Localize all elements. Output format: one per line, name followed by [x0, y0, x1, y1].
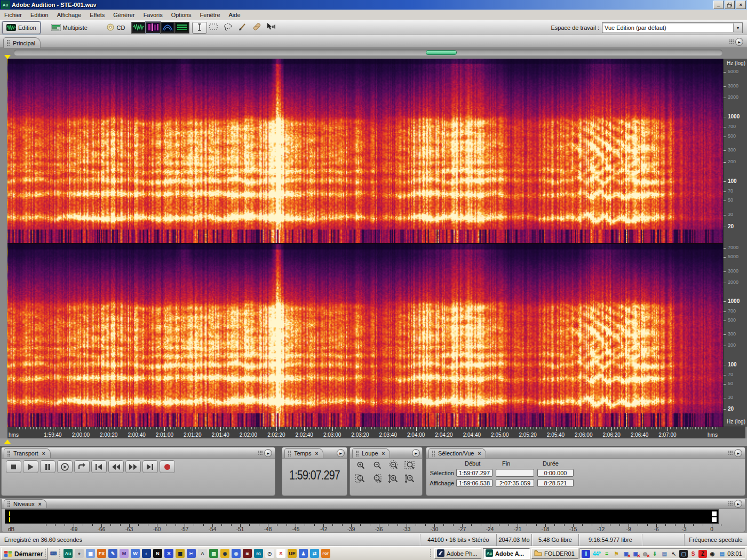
- loop-play-button[interactable]: [74, 460, 90, 473]
- spectrogram-canvas[interactable]: [7, 59, 723, 427]
- tab-niveaux[interactable]: Niveaux ×: [4, 499, 47, 508]
- tray-currency-icon[interactable]: S: [689, 550, 697, 558]
- play-from-cursor-button[interactable]: [57, 460, 73, 473]
- quicklaunch-sbp-icon[interactable]: S: [276, 549, 285, 558]
- fast-forward-button[interactable]: [125, 460, 141, 473]
- quicklaunch-grid-icon[interactable]: ▦: [176, 549, 185, 558]
- menu-fentre[interactable]: Fenêtre: [196, 11, 225, 19]
- tray-doc-icon[interactable]: ▤: [718, 550, 726, 558]
- menu-options[interactable]: Options: [167, 11, 196, 19]
- multipiste-mode-button[interactable]: Multipiste: [47, 21, 92, 34]
- quicklaunch-pdf-icon[interactable]: PDF: [321, 549, 330, 558]
- effects-paintbrush-tool-button[interactable]: [235, 22, 249, 33]
- lasso-selection-tool-button[interactable]: [221, 22, 235, 33]
- start-button[interactable]: Démarrer: [1, 548, 47, 560]
- quicklaunch-tools-icon[interactable]: ✂: [187, 549, 196, 558]
- go-to-beginning-button[interactable]: [91, 460, 107, 473]
- transport-menu-button[interactable]: ▶: [264, 449, 272, 457]
- task-folder01[interactable]: FOLDER01: [531, 548, 578, 559]
- quicklaunch-camera-icon[interactable]: ◙: [243, 549, 252, 558]
- menu-aide[interactable]: Aide: [225, 11, 245, 19]
- tray-globe-icon[interactable]: ◍✕: [641, 550, 649, 558]
- scrub-tool-button[interactable]: [264, 22, 278, 33]
- tab-loupe[interactable]: Loupe ×: [352, 448, 390, 458]
- close-icon[interactable]: ×: [315, 451, 318, 457]
- quicklaunch-rc-icon[interactable]: rc: [254, 549, 263, 558]
- quicklaunch-m-icon[interactable]: M: [120, 549, 129, 558]
- scrollbar-thumb[interactable]: [426, 50, 457, 55]
- selection-debut-field[interactable]: 1:59:07.297: [456, 469, 492, 477]
- close-icon[interactable]: ×: [42, 451, 45, 457]
- frequency-axis[interactable]: 500030002000100070050030020010070503020H…: [723, 59, 747, 427]
- spot-healing-brush-tool-button[interactable]: [250, 22, 264, 33]
- tray-mouse-icon[interactable]: ◉: [708, 550, 717, 558]
- zoom-out-full-button[interactable]: [386, 460, 402, 472]
- zoom-out-vertical-button[interactable]: [403, 474, 419, 485]
- quicklaunch-recorder-icon[interactable]: ●: [75, 549, 84, 558]
- tab-principal[interactable]: Principal: [3, 37, 41, 48]
- task-adobeph[interactable]: Adobe Ph...: [434, 548, 481, 559]
- close-button[interactable]: ×: [736, 1, 746, 9]
- clip-indicator-left[interactable]: [712, 511, 717, 516]
- chevron-down-icon[interactable]: ▼: [733, 23, 742, 32]
- tray-power-icon[interactable]: Z: [698, 550, 707, 558]
- waveform-view-button[interactable]: [131, 22, 146, 34]
- tray-cursor-icon[interactable]: ↖: [670, 550, 678, 558]
- cd-mode-button[interactable]: CD: [102, 21, 130, 34]
- menu-fichier[interactable]: Fichier: [0, 11, 26, 19]
- menu-favoris[interactable]: Favoris: [139, 11, 167, 19]
- quicklaunch-ue-icon[interactable]: UE: [288, 549, 297, 558]
- tray-network2-icon[interactable]: ▣✕: [631, 550, 640, 558]
- selection-duree-field[interactable]: 0:00.000: [537, 469, 574, 477]
- minimize-button[interactable]: _: [713, 1, 724, 9]
- niveaux-menu-button[interactable]: ▶: [734, 500, 742, 508]
- affichage-debut-field[interactable]: 1:59:06.538: [456, 479, 492, 487]
- quicklaunch-table-icon[interactable]: ▤: [209, 549, 218, 558]
- quicklaunch-archive-icon[interactable]: A: [198, 549, 207, 558]
- quicklaunch-media-blue-icon[interactable]: ◉: [232, 549, 241, 558]
- quicklaunch-directx-icon[interactable]: ✕: [164, 549, 173, 558]
- stop-button[interactable]: [6, 460, 21, 473]
- selection-fin-field[interactable]: [496, 469, 534, 477]
- tray-device-icon[interactable]: ▤: [660, 550, 669, 558]
- quicklaunch-pen-icon[interactable]: ✎: [108, 549, 117, 558]
- quicklaunch-sync-icon[interactable]: ⇄: [310, 549, 319, 558]
- spectral-pan-view-button[interactable]: [174, 22, 189, 34]
- quicklaunch-audition-icon[interactable]: Au: [63, 549, 73, 558]
- clip-indicator-right[interactable]: [712, 517, 717, 522]
- marquee-selection-tool-button[interactable]: [206, 22, 220, 33]
- go-to-end-button[interactable]: [142, 460, 158, 473]
- level-meter[interactable]: [5, 509, 719, 524]
- spectral-frequency-view-button[interactable]: [146, 22, 161, 34]
- restore-button[interactable]: [725, 1, 735, 9]
- close-icon[interactable]: ×: [478, 451, 481, 457]
- zoom-in-right-selection-button[interactable]: [370, 474, 386, 485]
- task-adobea[interactable]: AuAdobe A...: [483, 548, 530, 559]
- menu-edition[interactable]: Edition: [26, 11, 53, 19]
- selection-vue-menu-button[interactable]: ▶: [734, 449, 742, 457]
- quicklaunch-fx-icon[interactable]: FX: [97, 549, 106, 558]
- record-button[interactable]: [160, 460, 175, 473]
- close-icon[interactable]: ×: [38, 501, 42, 507]
- play-button[interactable]: [23, 460, 38, 473]
- time-selection-tool-button[interactable]: [192, 22, 207, 34]
- quicklaunch-keyboard-icon[interactable]: ⌨: [49, 549, 58, 558]
- tab-selection-vue[interactable]: Sélection/Vue ×: [428, 448, 486, 458]
- tray-network1-icon[interactable]: ▣✕: [622, 550, 630, 558]
- quicklaunch-calculator-icon[interactable]: ▦: [86, 549, 95, 558]
- rewind-button[interactable]: [108, 460, 124, 473]
- zoom-in-vertical-button[interactable]: [386, 474, 402, 485]
- playhead-marker-bottom[interactable]: [4, 439, 11, 444]
- quicklaunch-word-icon[interactable]: W: [131, 549, 140, 558]
- zoom-to-selection-button[interactable]: [403, 460, 419, 472]
- quicklaunch-notes-icon[interactable]: N: [153, 549, 162, 558]
- close-icon[interactable]: ×: [382, 451, 385, 457]
- edition-mode-button[interactable]: Edition: [2, 21, 41, 34]
- panel-menu-button[interactable]: ▶: [735, 38, 743, 46]
- timeline-ruler[interactable]: 1:59:402:00:002:00:202:00:402:01:002:01:…: [7, 427, 745, 438]
- tab-temps[interactable]: Temps ×: [284, 448, 323, 458]
- tray-download-icon[interactable]: ⇓: [650, 550, 659, 558]
- quicklaunch-clock-icon[interactable]: ◷: [265, 549, 274, 558]
- horizontal-scrollbar[interactable]: [14, 50, 722, 55]
- tray-display-icon[interactable]: ▢: [679, 550, 688, 558]
